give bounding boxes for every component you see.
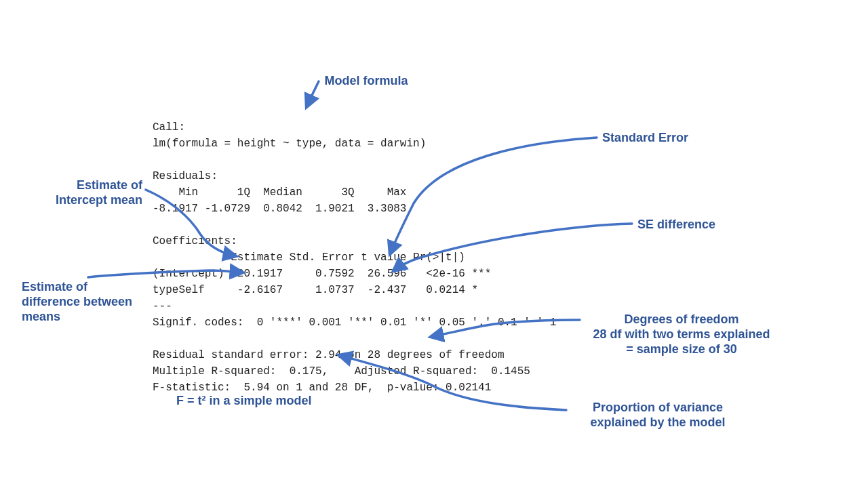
label-line: Estimate of	[22, 280, 87, 293]
code-line: (Intercept) 20.1917 0.7592 26.596 <2e-16…	[153, 268, 491, 280]
label-line: Degrees of freedom	[624, 312, 738, 326]
label-line: Estimate of	[77, 178, 142, 192]
code-line: Residual standard error: 2.94 on 28 degr…	[153, 349, 504, 361]
label-variance-explained: Proportion of variance explained by the …	[570, 400, 746, 430]
label-degrees-of-freedom: Degrees of freedom 28 df with two terms …	[580, 312, 783, 357]
code-line: lm(formula = height ~ type, data = darwi…	[153, 138, 426, 150]
label-intercept-mean: Estimate of Intercept mean	[20, 178, 142, 207]
label-line: = sample size of 30	[626, 342, 737, 356]
code-line: Residuals:	[153, 170, 218, 182]
code-line: Estimate Std. Error t value Pr(>|t|)	[153, 251, 465, 264]
code-line: typeSelf -2.6167 1.0737 -2.437 0.0214 *	[153, 284, 478, 296]
label-se-difference: SE difference	[637, 217, 715, 232]
code-line: Min 1Q Median 3Q Max	[153, 186, 406, 199]
label-line: 28 df with two terms explained	[593, 327, 770, 341]
r-output-block: Call: lm(formula = height ~ type, data =…	[153, 103, 556, 412]
label-line: Intercept mean	[56, 193, 142, 207]
label-line: Proportion of variance	[593, 401, 723, 414]
code-line: Call:	[153, 121, 185, 134]
label-line: means	[22, 310, 60, 323]
label-standard-error: Standard Error	[602, 130, 688, 145]
diagram-canvas: Call: lm(formula = height ~ type, data =…	[0, 0, 868, 488]
code-line: Signif. codes: 0 '***' 0.001 '**' 0.01 '…	[153, 317, 556, 329]
label-line: difference between	[22, 295, 132, 308]
label-line: explained by the model	[590, 415, 725, 429]
label-f-equals-t-squared: F = t² in a simple model	[176, 393, 312, 408]
label-diff-means: Estimate of difference between means	[22, 279, 157, 324]
code-line: -8.1917 -1.0729 0.8042 1.9021 3.3083	[153, 203, 406, 215]
code-line: Coefficients:	[153, 235, 237, 247]
code-line: Multiple R-squared: 0.175, Adjusted R-sq…	[153, 365, 530, 378]
code-line: F-statistic: 5.94 on 1 and 28 DF, p-valu…	[153, 382, 491, 394]
label-model-formula: Model formula	[305, 73, 427, 88]
